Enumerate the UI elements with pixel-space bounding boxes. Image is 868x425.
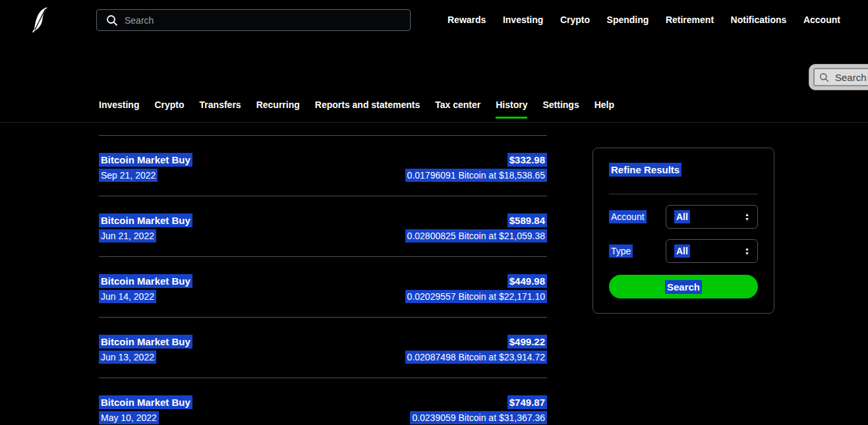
- top-nav-crypto[interactable]: Crypto: [560, 14, 590, 25]
- account-subnav: Investing Crypto Transfers Recurring Rep…: [99, 99, 614, 119]
- txn-amount: $499.22: [507, 335, 547, 349]
- txn-amount: $589.84: [507, 213, 547, 227]
- search-icon: [106, 14, 118, 26]
- account-label: Account: [609, 212, 647, 222]
- txn-detail: 0.02087498 Bitcoin at $23,914.72: [405, 351, 547, 364]
- tab-investing[interactable]: Investing: [99, 99, 139, 119]
- txn-detail: 0.02800825 Bitcoin at $21,059.38: [405, 229, 547, 242]
- top-nav-retirement[interactable]: Retirement: [666, 14, 714, 25]
- txn-detail: 0.0239059 Bitcoin at $31,367.36: [410, 411, 547, 424]
- txn-detail: 0.01796091 Bitcoin at $18,538.65: [405, 169, 547, 182]
- account-field-row: Account All ▲▼: [609, 205, 758, 229]
- refine-results-title: Refine Results: [609, 164, 758, 175]
- tab-transfers[interactable]: Transfers: [200, 99, 241, 119]
- search-icon: [819, 72, 829, 82]
- page-divider: [0, 122, 868, 123]
- transaction-row[interactable]: Bitcoin Market Buy $449.98 Jun 14, 2022 …: [99, 256, 547, 317]
- search-button-label: Search: [665, 280, 702, 294]
- txn-title: Bitcoin Market Buy: [99, 274, 192, 288]
- txn-title: Bitcoin Market Buy: [99, 213, 192, 227]
- top-nav-account[interactable]: Account: [803, 14, 840, 25]
- top-nav-spending[interactable]: Spending: [607, 14, 649, 25]
- tab-help[interactable]: Help: [594, 99, 614, 119]
- txn-title: Bitcoin Market Buy: [99, 395, 192, 409]
- txn-title: Bitcoin Market Buy: [99, 335, 192, 349]
- type-label: Type: [609, 246, 633, 256]
- transaction-list: Bitcoin Market Buy $332.98 Sep 21, 2022 …: [99, 135, 547, 425]
- txn-amount: $332.98: [507, 153, 547, 167]
- find-overlay-label: Search: [835, 72, 867, 83]
- transaction-row[interactable]: Bitcoin Market Buy $499.22 Jun 13, 2022 …: [99, 317, 547, 378]
- type-select-value: All: [674, 244, 690, 258]
- type-field-row: Type All ▲▼: [609, 239, 758, 263]
- robinhood-history-page: Search Rewards Investing Crypto Spending…: [0, 0, 868, 425]
- tab-crypto[interactable]: Crypto: [154, 99, 184, 119]
- top-nav-investing[interactable]: Investing: [503, 14, 543, 25]
- txn-amount: $449.98: [507, 274, 547, 288]
- tab-settings[interactable]: Settings: [542, 99, 579, 119]
- tab-history[interactable]: History: [496, 99, 527, 119]
- panel-divider: [609, 194, 758, 194]
- transaction-row[interactable]: Bitcoin Market Buy $749.87 May 10, 2022 …: [99, 378, 547, 425]
- transaction-row[interactable]: Bitcoin Market Buy $332.98 Sep 21, 2022 …: [99, 135, 547, 196]
- txn-date: Jun 14, 2022: [99, 290, 156, 303]
- chevron-up-down-icon: ▲▼: [745, 247, 749, 255]
- transaction-row[interactable]: Bitcoin Market Buy $589.84 Jun 21, 2022 …: [99, 196, 547, 256]
- find-overlay-input[interactable]: Search: [813, 68, 868, 86]
- txn-title: Bitcoin Market Buy: [99, 153, 192, 167]
- txn-date: Jun 13, 2022: [99, 351, 156, 364]
- account-select-value: All: [674, 210, 690, 223]
- txn-date: May 10, 2022: [99, 411, 159, 424]
- robinhood-logo[interactable]: [30, 7, 48, 33]
- tab-reports-and-statements[interactable]: Reports and statements: [315, 99, 420, 119]
- top-nav: Rewards Investing Crypto Spending Retire…: [448, 14, 840, 25]
- tab-tax-center[interactable]: Tax center: [435, 99, 480, 119]
- account-select[interactable]: All ▲▼: [666, 205, 758, 229]
- txn-date: Jun 21, 2022: [99, 229, 156, 242]
- txn-detail: 0.02029557 Bitcoin at $22,171.10: [405, 290, 547, 303]
- feather-icon: [30, 7, 48, 33]
- top-nav-notifications[interactable]: Notifications: [731, 14, 787, 25]
- txn-amount: $749.87: [507, 395, 547, 409]
- tab-recurring[interactable]: Recurring: [256, 99, 300, 119]
- header-search-input[interactable]: Search: [96, 9, 411, 31]
- type-select[interactable]: All ▲▼: [666, 239, 758, 263]
- refine-results-panel: Refine Results Account All ▲▼ Type All ▲…: [593, 148, 774, 314]
- chevron-up-down-icon: ▲▼: [745, 213, 749, 221]
- top-nav-rewards[interactable]: Rewards: [448, 14, 486, 25]
- search-button[interactable]: Search: [609, 275, 758, 298]
- txn-date: Sep 21, 2022: [99, 169, 158, 182]
- find-overlay[interactable]: Search: [809, 64, 868, 90]
- search-placeholder: Search: [125, 15, 154, 26]
